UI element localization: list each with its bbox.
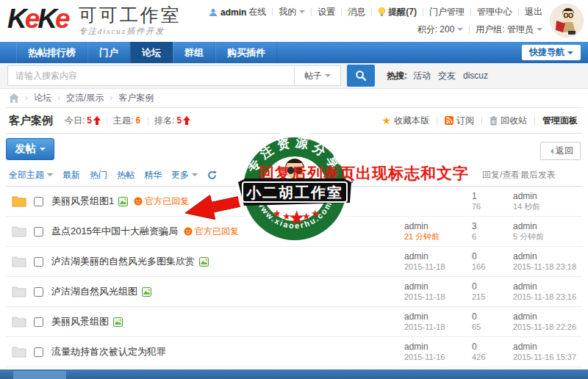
post-date: 2015-11-18 <box>404 292 472 302</box>
thread-row: 美丽风景组图 admin2015-11-18 065 admin2015-11-… <box>6 307 582 337</box>
hot-keyword[interactable]: 活动 <box>413 70 431 82</box>
row-checkbox[interactable] <box>34 197 43 206</box>
author-cell: admin2015-11-18 <box>404 311 472 332</box>
divider <box>437 117 437 125</box>
filter-newest[interactable]: 最新 <box>62 169 80 181</box>
divider <box>518 8 519 16</box>
messages-link[interactable]: 消息 <box>348 6 365 18</box>
site-tagline: 专注discuz插件开发 <box>79 26 182 37</box>
last-post-cell: admin2015-11-18 23:18 <box>513 251 578 272</box>
filter-digest[interactable]: 精华 <box>144 169 162 181</box>
last-poster[interactable]: admin <box>513 311 578 322</box>
hot-keyword[interactable]: discuz <box>463 71 488 81</box>
star-icon: ★ <box>381 116 391 125</box>
last-poster[interactable]: admin <box>513 251 578 261</box>
row-checkbox[interactable] <box>34 257 43 267</box>
back-button[interactable]: 返回 <box>540 142 581 160</box>
row-checkbox[interactable] <box>34 227 43 237</box>
thread-title-link[interactable]: 美丽风景组图1 <box>51 195 114 208</box>
thread-title-link[interactable]: 美丽风景组图 <box>51 315 109 328</box>
up-arrow-icon <box>183 116 190 125</box>
last-post-time[interactable]: 2015-11-18 22:26 <box>513 322 578 332</box>
thread-title-link[interactable]: 流量劫持首次被认定为犯罪 <box>51 345 166 358</box>
home-icon[interactable] <box>9 93 19 103</box>
new-post-button[interactable]: 发帖 <box>6 138 54 160</box>
footer-bar <box>0 369 588 379</box>
row-checkbox[interactable] <box>34 347 43 357</box>
breadcrumb-current[interactable]: 客户案例 <box>104 92 154 104</box>
author-name[interactable]: admin <box>404 281 472 292</box>
reply-count: 0 <box>472 342 513 352</box>
last-poster[interactable]: admin <box>513 221 578 231</box>
lightbulb-icon <box>378 7 386 17</box>
author-name[interactable]: admin <box>404 342 472 352</box>
last-post-time[interactable]: 5 分钟前 <box>513 231 578 242</box>
subscribe-link[interactable]: 订阅 <box>445 115 474 127</box>
breadcrumb-forum[interactable]: 论坛 <box>19 92 51 104</box>
username[interactable]: admin <box>220 7 246 18</box>
avatar[interactable] <box>550 4 584 37</box>
replies-views-cell: 0426 <box>472 342 513 362</box>
nav-item-hot-rank[interactable]: 热帖排行榜 <box>16 42 87 63</box>
author-name[interactable]: admin <box>404 311 472 322</box>
filter-hot-threads[interactable]: 热帖 <box>117 169 135 181</box>
filter-all-threads[interactable]: 全部主题 <box>9 169 53 181</box>
row-checkbox[interactable] <box>34 317 43 327</box>
site-logo[interactable]: KeKe 可可工作室 专注discuz插件开发 <box>7 4 182 37</box>
row-checkbox[interactable] <box>34 287 43 297</box>
chevron-down-icon <box>47 173 53 179</box>
logo-mark: KeKe <box>7 4 68 34</box>
search-category-select[interactable]: 帖子 <box>294 65 341 86</box>
author-name[interactable]: admin <box>404 221 472 231</box>
recycle-bin-link[interactable]: 回收站 <box>490 115 527 127</box>
last-poster[interactable]: admin <box>513 281 578 292</box>
breadcrumb-category[interactable]: 交流/展示 <box>51 92 104 104</box>
credits-link[interactable]: 积分: 200 <box>417 24 455 36</box>
folder-icon <box>12 225 26 237</box>
my-menu[interactable]: 我的 <box>279 6 296 18</box>
last-poster[interactable]: admin <box>513 342 578 352</box>
search-button[interactable] <box>347 65 375 87</box>
last-post-time[interactable]: 14 秒前 <box>513 201 578 212</box>
admin-center-link[interactable]: 管理中心 <box>477 6 512 18</box>
stamp-title: 小二胡工作室 <box>245 184 343 201</box>
filter-hot[interactable]: 热门 <box>90 169 107 181</box>
favorite-link[interactable]: ★收藏本版 <box>381 115 429 127</box>
admin-panel-link[interactable]: 管理面板 <box>542 115 578 127</box>
image-attachment-icon <box>199 257 209 267</box>
thread-title-link[interactable]: 泸沽湖自然风光组图 <box>51 285 137 298</box>
last-post-time[interactable]: 2015-11-18 23:16 <box>513 292 578 302</box>
divider <box>371 8 372 16</box>
image-attachment-icon <box>142 287 151 297</box>
reply-count: 1 <box>472 191 513 201</box>
view-count: 6 <box>472 231 513 242</box>
nav-item-forum[interactable]: 论坛 <box>130 42 173 63</box>
view-count: 215 <box>472 292 513 302</box>
last-post-time[interactable]: 2015-11-18 23:18 <box>513 261 578 272</box>
portal-admin-link[interactable]: 门户管理 <box>429 6 465 18</box>
notifications-link[interactable]: 提醒(7) <box>388 6 417 18</box>
quick-nav-button[interactable]: 快捷导航 <box>522 45 581 60</box>
footer-bar-segment <box>13 371 66 379</box>
usergroup-link[interactable]: 用户组: 管理员 <box>476 24 534 36</box>
nav-item-buy-plugins[interactable]: 购买插件 <box>215 42 277 63</box>
last-post-time[interactable]: 2015-11-16 15:37 <box>513 352 578 362</box>
thread-title-link[interactable]: 泸沽湖美丽的自然风光多图集欣赏 <box>51 255 195 268</box>
nav-item-groups[interactable]: 群组 <box>173 42 215 63</box>
last-poster[interactable]: admin <box>513 191 578 201</box>
divider <box>148 117 148 125</box>
view-count: 426 <box>472 352 513 362</box>
logout-link[interactable]: 退出 <box>525 6 542 18</box>
nav-item-portal[interactable]: 门户 <box>87 42 130 63</box>
last-post-cell: admin2015-11-18 23:16 <box>513 281 578 302</box>
settings-link[interactable]: 设置 <box>318 6 335 18</box>
search-input[interactable] <box>7 65 294 86</box>
post-date: 2015-11-16 <box>404 352 472 362</box>
last-post-cell: admin2015-11-16 15:37 <box>513 342 578 362</box>
thread-title-link[interactable]: 盘点2015年中国十大融资骗局 <box>51 225 178 238</box>
post-date: 2015-11-18 <box>404 261 472 272</box>
site-name: 可可工作室 <box>79 4 182 25</box>
author-cell: admin2015-11-16 <box>404 342 472 362</box>
hot-keyword[interactable]: 交友 <box>438 70 456 82</box>
author-name[interactable]: admin <box>404 251 472 261</box>
